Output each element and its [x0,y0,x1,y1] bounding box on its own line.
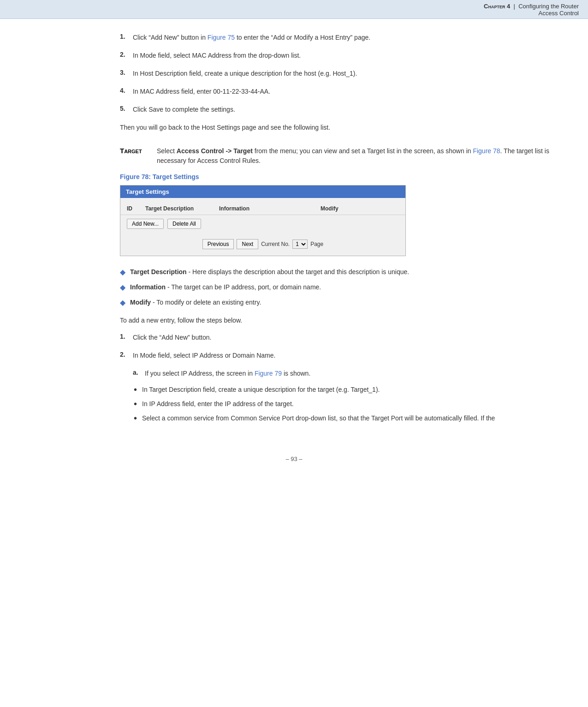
step-4: 4. In MAC Address field, enter 00-11-22-… [120,87,551,96]
diamond-icon-1: ◆ [120,268,130,276]
bullet-bold-2: Information [130,283,166,291]
step-2: 2. In Mode field, select MAC Address fro… [120,51,551,60]
step-2-num: 2. [120,51,133,58]
bullet-dot-3: • [134,413,142,423]
nested-bullet-3: • Select a common service from Common Se… [134,413,551,423]
bottom-step-1: 1. Click the “Add New” button. [120,333,551,342]
step-1-text: Click “Add New” button in Figure 75 to e… [133,33,551,42]
step-3-num: 3. [120,69,133,76]
figure-75-link[interactable]: Figure 75 [208,34,235,41]
chapter-line: Chapter 4 | Configuring the Router [9,3,579,10]
target-description: Select Access Control -> Target from the… [157,146,551,166]
bullet-text-1: Target Description - Here displays the d… [130,267,409,277]
next-button[interactable]: Next [237,239,258,249]
nested-text-2: In IP Address field, enter the IP addres… [142,399,294,409]
page-select[interactable]: 1 [292,240,308,249]
step-5-num: 5. [120,105,133,112]
nested-bullet-2: • In IP Address field, enter the IP addr… [134,399,551,409]
col-id: ID [127,205,145,212]
figure-table-header: ID Target Description Information Modify [120,203,405,215]
figure-78-box: Target Settings ID Target Description In… [120,185,406,256]
figure-buttons: Add New... Delete All [120,215,405,233]
add-new-button[interactable]: Add New... [127,219,164,229]
previous-button[interactable]: Previous [202,239,234,249]
to-add-paragraph: To add a new entry, follow the steps bel… [120,316,551,325]
diamond-icon-3: ◆ [120,298,130,307]
step-4-num: 4. [120,87,133,94]
delete-all-button[interactable]: Delete All [167,219,201,229]
step-2-text: In Mode field, select MAC Address from t… [133,51,551,60]
bullet-text-2: Information - The target can be IP addre… [130,282,321,292]
bullet-bold-3: Modify [130,299,151,306]
figure-caption: Figure 78: Target Settings [120,173,551,180]
bottom-step-2: 2. In Mode field, select IP Address or D… [120,351,551,360]
chapter-title: Configuring the Router [518,3,579,10]
target-label: Target [120,146,157,155]
then-paragraph: Then you will go back to the Host Settin… [120,123,551,132]
step-1: 1. Click “Add New” button in Figure 75 t… [120,33,551,42]
bottom-step-1-num: 1. [120,333,133,340]
step-4-text: In MAC Address field, enter 00-11-22-33-… [133,87,551,96]
page-header: Chapter 4 | Configuring the Router Acces… [0,0,588,19]
bottom-step-2-num: 2. [120,351,133,358]
section-title: Access Control [9,10,579,17]
bottom-step-1-text: Click the “Add New” button. [133,333,551,342]
figure-79-link[interactable]: Figure 79 [255,370,282,377]
current-no-label: Current No. [261,241,290,247]
bullet-dot-2: • [134,399,142,408]
sub-step-a: a. If you select IP Address, the screen … [133,369,551,378]
main-content: 1. Click “Add New” button in Figure 75 t… [0,19,588,446]
figure-78-link[interactable]: Figure 78 [473,147,500,155]
bullet-modify: ◆ Modify - To modify or delete an existi… [120,298,551,307]
sub-step-a-text: If you select IP Address, the screen in … [145,369,551,378]
bullet-target-desc: ◆ Target Description - Here displays the… [120,267,551,277]
page-label: Page [310,241,323,247]
col-desc: Target Description [145,205,219,212]
figure-title-bar: Target Settings [120,186,405,198]
target-bold: Access Control -> Target [177,147,253,155]
step-5: 5. Click Save to complete the settings. [120,105,551,114]
chapter-label: Chapter 4 [484,3,510,10]
figure-nav: Previous Next Current No. 1 Page [120,237,405,251]
step-1-num: 1. [120,33,133,40]
target-section: Target Select Access Control -> Target f… [120,146,551,166]
page-number: – 93 – [285,455,302,462]
col-info: Information [219,205,321,212]
nested-text-3: Select a common service from Common Serv… [142,413,495,423]
header-separator: | [512,3,518,10]
page-footer: – 93 – [0,446,588,467]
bullet-text-3: Modify - To modify or delete an existing… [130,298,261,307]
bottom-step-2-text: In Mode field, select IP Address or Doma… [133,351,551,360]
bullet-section: ◆ Target Description - Here displays the… [120,267,551,307]
bullet-bold-1: Target Description [130,268,187,276]
bullet-dot-1: • [134,385,142,394]
step-3: 3. In Host Description field, create a u… [120,69,551,78]
nested-bullets: • In Target Description field, create a … [134,385,551,423]
nested-text-1: In Target Description field, create a un… [142,385,380,395]
step-5-text: Click Save to complete the settings. [133,105,551,114]
bullet-information: ◆ Information - The target can be IP add… [120,282,551,292]
sub-step-a-letter: a. [133,369,145,376]
step-3-text: In Host Description field, create a uniq… [133,69,551,78]
col-modify: Modify [321,205,357,212]
nested-bullet-1: • In Target Description field, create a … [134,385,551,395]
diamond-icon-2: ◆ [120,283,130,292]
